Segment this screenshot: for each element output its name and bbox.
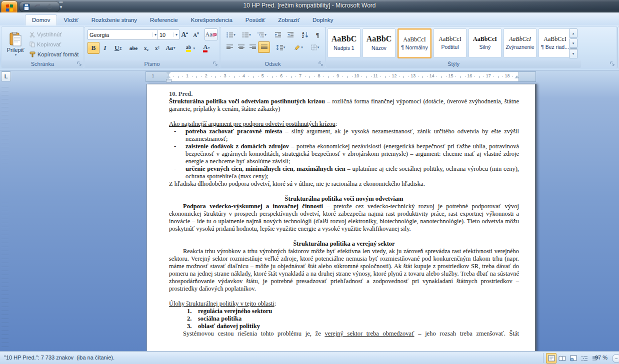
ruler-tick: [178, 76, 178, 78]
save-button[interactable]: [22, 2, 32, 11]
chevron-down-icon: ▾: [174, 46, 176, 50]
underline-button[interactable]: U▾: [110, 42, 126, 54]
style-card-2[interactable]: AaBbCNázov: [362, 28, 396, 57]
borders-button[interactable]: ▾: [307, 41, 323, 53]
style-card-1[interactable]: AaBbCNadpis 1: [328, 28, 360, 57]
font-name-combo[interactable]: Georgia ▾: [88, 29, 158, 40]
sort-button[interactable]: A Z: [298, 29, 312, 40]
ruler-tick: [268, 76, 268, 77]
highlight-button[interactable]: ab ▾: [180, 42, 196, 54]
paragraph-dialog-launcher[interactable]: [318, 61, 324, 67]
style-preview: AaBbCcI: [509, 36, 531, 42]
vertical-ruler[interactable]: [2, 83, 8, 348]
align-right-button[interactable]: [246, 41, 258, 53]
style-card-7[interactable]: AaBbCcI¶ Bez riad...: [538, 28, 572, 57]
multilevel-list-button[interactable]: ▾: [254, 29, 270, 40]
paragraph: Reakcia trhu výrobkov a trhu výrobných f…: [169, 248, 519, 293]
font-dialog-launcher[interactable]: [213, 61, 218, 67]
tab-doplnky[interactable]: Doplnky: [306, 15, 340, 25]
zoom-out-button[interactable]: −: [612, 354, 619, 363]
text-run: verejný sektor treba obmedzovať: [324, 330, 414, 337]
styles-dialog-launcher[interactable]: [610, 61, 616, 67]
bullets-button[interactable]: ▾: [224, 29, 238, 40]
superscript-button[interactable]: x²: [152, 42, 163, 54]
qat-customize-button[interactable]: ▔ ▾: [57, 2, 65, 10]
decrease-indent-button[interactable]: [272, 29, 284, 40]
multilevel-list-icon: [258, 32, 264, 38]
full-screen-reading-view-button[interactable]: [557, 353, 568, 364]
font-color-button[interactable]: A ▾: [198, 42, 214, 54]
italic-button[interactable]: I: [100, 42, 110, 54]
subscript-button[interactable]: x₂: [140, 42, 152, 54]
document-page[interactable]: 10. Pred.Štrukturálna politika voči odve…: [146, 84, 536, 351]
ruler-tick: [239, 76, 240, 77]
strikethrough-button[interactable]: abe: [126, 42, 140, 54]
more-styles-icon: ▾: [572, 52, 574, 56]
ruler-tick: [328, 76, 329, 78]
numbering-button[interactable]: ▾: [239, 29, 254, 40]
styles-scroll-up-button[interactable]: ▴: [569, 28, 578, 38]
show-formatting-marks-button[interactable]: ¶: [312, 29, 324, 40]
undo-button[interactable]: [33, 2, 43, 11]
tab-korespondencia[interactable]: Korešpondencia: [184, 15, 239, 25]
align-center-button[interactable]: [235, 41, 247, 53]
line-spacing-button[interactable]: ▾: [272, 41, 289, 53]
redo-button[interactable]: [44, 2, 54, 11]
text-run: :: [274, 300, 276, 307]
paste-button[interactable]: Prilepiť ▾: [4, 28, 27, 61]
text-run: Z hľadiska dlhodobého podpora odvetví, k…: [169, 180, 425, 187]
tab-vlozit[interactable]: Vložiť: [57, 15, 84, 25]
clear-formatting-button[interactable]: Aa: [204, 28, 218, 40]
chevron-down-icon: ▾: [120, 46, 122, 50]
styles-scroll-down-button[interactable]: ▾: [569, 38, 578, 48]
styles-more-button[interactable]: ▾: [569, 48, 578, 58]
tab-zobrazit[interactable]: Zobraziť: [272, 15, 306, 25]
svg-text:Z: Z: [302, 35, 304, 38]
grow-font-button[interactable]: A▴: [178, 29, 190, 40]
group-label-paragraph: Odsek: [220, 60, 325, 68]
paragraph: Z hľadiska dlhodobého podpora odvetví, k…: [169, 180, 519, 188]
ruler-tick: [230, 76, 230, 77]
shrink-font-button[interactable]: A▾: [190, 29, 202, 40]
zoom-level[interactable]: 97 %: [595, 355, 608, 361]
tab-selector[interactable]: L: [1, 71, 11, 81]
ruler-tick: [305, 76, 306, 77]
tab-posudit[interactable]: Posúdiť: [239, 15, 272, 25]
increase-indent-button[interactable]: [284, 29, 297, 40]
align-left-button[interactable]: [224, 41, 236, 53]
chevron-down-icon: ▾: [60, 6, 62, 8]
format-painter-label: Kopírovať formát: [38, 51, 78, 57]
tab-domov[interactable]: Domov: [25, 14, 57, 25]
change-case-button[interactable]: Aa▾: [163, 42, 178, 54]
justify-button[interactable]: [258, 41, 270, 53]
tab-rozlozenie-strany[interactable]: Rozloženie strany: [85, 15, 144, 25]
copy-button[interactable]: Kopírovať: [28, 39, 84, 50]
list-marker: 1.: [187, 308, 198, 315]
clipboard-dialog-launcher[interactable]: [77, 61, 82, 67]
format-painter-button[interactable]: Kopírovať formát: [28, 49, 84, 60]
style-card-4[interactable]: AaBbCcIPodtitul: [434, 28, 466, 57]
ruler-tick: [362, 76, 362, 77]
ruler-number: 16: [467, 73, 472, 78]
paragraph: Ako najsilnejší argument pre podporu odv…: [169, 120, 519, 128]
first-line-indent-marker[interactable]: [166, 72, 171, 75]
print-layout-view-button[interactable]: [546, 353, 556, 364]
outline-view-button[interactable]: [579, 353, 590, 364]
font-size-combo[interactable]: 10 ▾: [158, 29, 180, 40]
down-arrow-icon: ▾: [197, 31, 199, 35]
bold-button[interactable]: B: [88, 42, 100, 54]
hanging-indent-marker[interactable]: [166, 75, 171, 78]
group-label-font: Písmo: [84, 60, 220, 68]
web-layout-view-button[interactable]: [568, 353, 578, 364]
status-text: "10 HP Pred.": 7 733 znakov (iba na číta…: [4, 355, 114, 361]
style-card-3[interactable]: AaBbCcI¶ Normálny: [398, 28, 432, 58]
style-card-6[interactable]: AaBbCcIZvýraznenie: [504, 28, 536, 57]
tab-referencie[interactable]: Referencie: [144, 15, 184, 25]
cut-button[interactable]: Vystrihnúť: [28, 29, 84, 40]
shading-button[interactable]: ▾: [290, 41, 306, 53]
style-card-5[interactable]: AaBbCcISilný: [468, 28, 502, 57]
horizontal-ruler[interactable]: 1 123456789101112131415161718: [146, 71, 536, 81]
left-indent-marker[interactable]: [166, 79, 172, 82]
status-bar: "10 HP Pred.": 7 733 znakov (iba na číta…: [0, 351, 619, 364]
ruler-tick: [276, 76, 277, 77]
